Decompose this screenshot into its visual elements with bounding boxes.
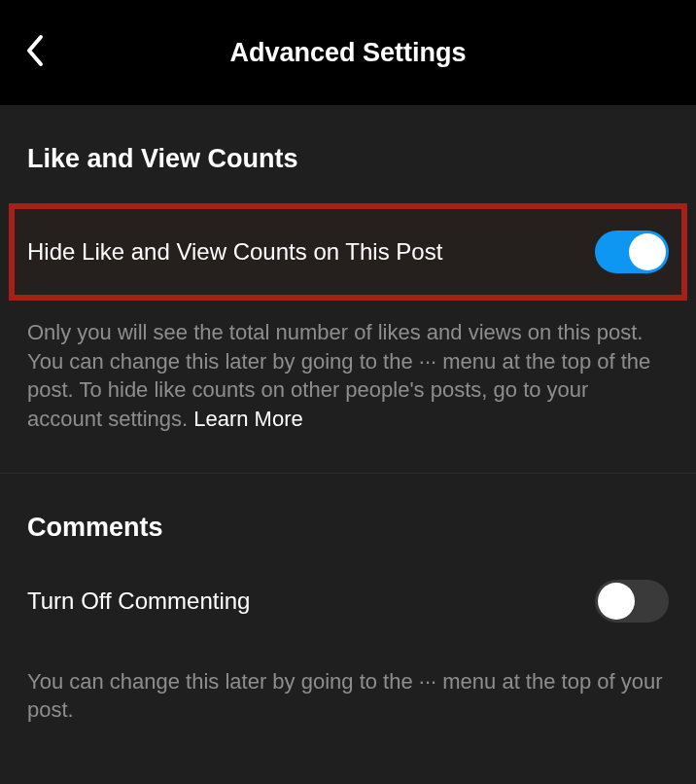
toggle-knob — [629, 233, 666, 270]
chevron-left-icon — [23, 33, 45, 68]
section-like-counts: Like and View Counts Hide Like and View … — [0, 105, 696, 473]
header-bar: Advanced Settings — [0, 0, 696, 105]
learn-more-link[interactable]: Learn More — [193, 407, 303, 431]
hide-like-counts-label: Hide Like and View Counts on This Post — [27, 238, 442, 266]
hide-like-counts-description: Only you will see the total number of li… — [27, 301, 669, 473]
turn-off-commenting-label: Turn Off Commenting — [27, 588, 250, 615]
turn-off-commenting-description: You can change this later by going to th… — [27, 650, 669, 764]
back-button[interactable] — [23, 33, 45, 72]
turn-off-commenting-toggle[interactable] — [595, 580, 669, 623]
hide-like-counts-toggle[interactable] — [595, 231, 669, 273]
description-text: Only you will see the total number of li… — [27, 320, 650, 431]
toggle-knob — [598, 583, 635, 620]
row-hide-like-counts[interactable]: Hide Like and View Counts on This Post — [9, 203, 687, 301]
row-turn-off-commenting[interactable]: Turn Off Commenting — [27, 552, 669, 650]
section-title-likes: Like and View Counts — [27, 105, 669, 184]
section-title-comments: Comments — [27, 474, 669, 552]
page-title: Advanced Settings — [0, 38, 696, 68]
section-comments: Comments Turn Off Commenting You can cha… — [0, 474, 696, 764]
